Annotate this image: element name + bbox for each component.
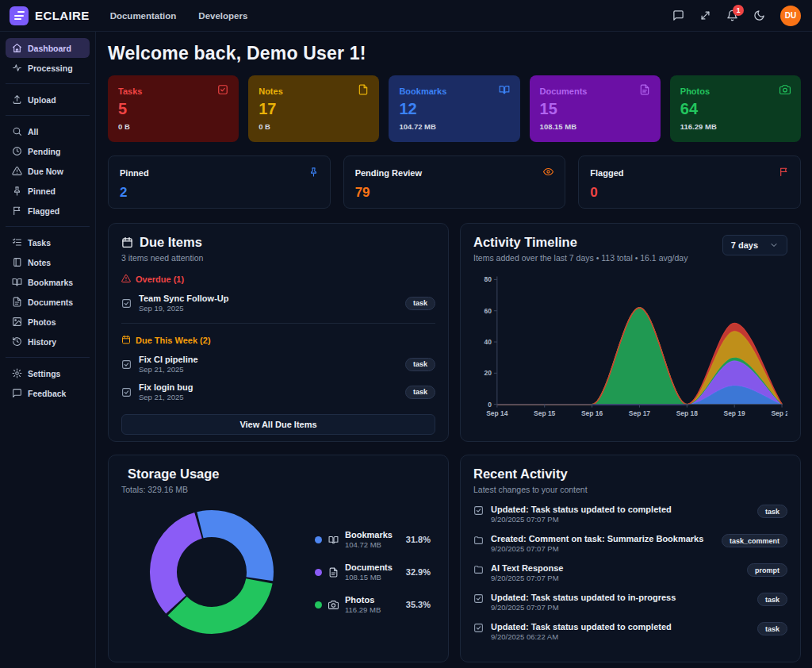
svg-text:Sep 20: Sep 20 bbox=[771, 409, 787, 417]
timeline-range-select[interactable]: 7 days bbox=[722, 235, 787, 255]
sidebar-item-label: Due Now bbox=[28, 167, 63, 176]
expand-button[interactable] bbox=[699, 10, 711, 21]
sidebar-item-history[interactable]: History bbox=[6, 332, 90, 351]
nav-link-documentation[interactable]: Documentation bbox=[110, 11, 177, 21]
stat-card-label: Photos bbox=[680, 86, 710, 96]
sidebar-item-label: Flagged bbox=[28, 206, 59, 216]
due-items-panel: Due Items 3 items need attention Overdue… bbox=[108, 223, 449, 442]
activity-item-type-badge: task bbox=[757, 505, 787, 518]
stat-card-bookmarks[interactable]: Bookmarks 12 104.72 MB bbox=[389, 75, 519, 142]
brand[interactable]: ECLAIRE bbox=[10, 6, 90, 25]
due-item-type-badge: task bbox=[405, 297, 435, 310]
quick-stat-flagged[interactable]: Flagged 0 bbox=[578, 155, 801, 209]
check-square-icon bbox=[473, 505, 484, 516]
activity-item-timestamp: 9/20/2025 07:07 PM bbox=[491, 544, 714, 553]
expand-icon bbox=[699, 10, 711, 21]
view-all-due-items-button[interactable]: View All Due Items bbox=[121, 414, 435, 435]
message-square-icon bbox=[12, 388, 22, 398]
recent-activity-item[interactable]: AI Text Response 9/20/2025 07:07 PM prom… bbox=[473, 563, 787, 582]
quick-stat-label: Pending Review bbox=[355, 168, 422, 178]
stat-card-documents[interactable]: Documents 15 108.15 MB bbox=[530, 75, 661, 142]
storage-donut-chart bbox=[142, 502, 282, 642]
search-icon bbox=[12, 126, 22, 136]
file-icon bbox=[358, 84, 369, 95]
timeline-range-value: 7 days bbox=[731, 240, 758, 250]
storage-title: Storage Usage bbox=[128, 466, 220, 482]
sidebar-item-label: Upload bbox=[28, 95, 56, 105]
stat-card-value: 5 bbox=[118, 100, 228, 118]
check-square-icon bbox=[473, 623, 484, 633]
sidebar-item-all[interactable]: All bbox=[6, 121, 90, 141]
stat-card-notes[interactable]: Notes 17 0 B bbox=[248, 75, 379, 142]
nav-link-developers[interactable]: Developers bbox=[198, 11, 247, 21]
activity-item-type-badge: task_comment bbox=[722, 534, 787, 547]
recent-activity-item[interactable]: Created: Comment on task: Summarize Book… bbox=[473, 534, 787, 553]
due-items-title: Due Items bbox=[140, 235, 202, 250]
theme-toggle-button[interactable] bbox=[753, 10, 765, 21]
storage-legend-item-photos: Photos 116.29 MB 35.3% bbox=[315, 595, 431, 614]
storage-legend-item-documents: Documents 108.15 MB 32.9% bbox=[315, 562, 431, 582]
legend-name: Bookmarks bbox=[345, 530, 393, 539]
stat-card-size: 0 B bbox=[118, 122, 228, 131]
sidebar-item-label: Documents bbox=[28, 298, 73, 307]
svg-text:Sep 18: Sep 18 bbox=[676, 409, 699, 417]
history-icon bbox=[12, 336, 22, 347]
sidebar-item-photos[interactable]: Photos bbox=[6, 312, 90, 332]
svg-text:Sep 15: Sep 15 bbox=[534, 409, 556, 417]
due-item[interactable]: Team Sync Follow-Up Sep 19, 2025 task bbox=[121, 294, 435, 313]
sidebar-item-documents[interactable]: Documents bbox=[6, 292, 90, 312]
folder-icon bbox=[473, 564, 484, 574]
image-icon bbox=[12, 317, 22, 327]
chevron-down-icon bbox=[769, 240, 779, 250]
flag-icon bbox=[12, 205, 22, 216]
legend-color-dot bbox=[315, 601, 322, 608]
due-item[interactable]: Fix login bug Sep 21, 2025 task bbox=[121, 382, 435, 401]
sidebar-item-flagged[interactable]: Flagged bbox=[6, 201, 90, 221]
recent-activity-subtitle: Latest changes to your content bbox=[473, 485, 787, 494]
sidebar-item-tasks[interactable]: Tasks bbox=[6, 232, 90, 252]
recent-activity-item[interactable]: Updated: Task status updated to in-progr… bbox=[473, 593, 787, 612]
sidebar-item-pinned[interactable]: Pinned bbox=[6, 181, 90, 201]
sidebar-item-notes[interactable]: Notes bbox=[6, 252, 90, 272]
sidebar-item-upload[interactable]: Upload bbox=[6, 90, 90, 109]
due-item-type-badge: task bbox=[405, 358, 435, 371]
quick-stat-pending-review[interactable]: Pending Review 79 bbox=[343, 155, 566, 209]
top-bar: ECLAIRE DocumentationDevelopers 1 DU bbox=[0, 0, 812, 32]
sidebar-item-label: Tasks bbox=[28, 238, 51, 248]
calendar-icon bbox=[121, 236, 133, 248]
sidebar-item-due-now[interactable]: Due Now bbox=[6, 161, 90, 181]
activity-item-timestamp: 9/20/2025 07:07 PM bbox=[491, 574, 740, 582]
quick-stat-value: 2 bbox=[120, 185, 319, 201]
sidebar-item-settings[interactable]: Settings bbox=[6, 363, 90, 383]
timeline-title: Activity Timeline bbox=[473, 235, 688, 250]
alert-triangle-icon bbox=[12, 166, 22, 176]
sidebar-item-feedback[interactable]: Feedback bbox=[6, 383, 90, 403]
quick-stat-pinned[interactable]: Pinned 2 bbox=[108, 155, 331, 209]
svg-text:Sep 17: Sep 17 bbox=[629, 409, 651, 417]
sidebar-item-pending[interactable]: Pending bbox=[6, 141, 90, 161]
sidebar: Dashboard Processing Upload All Pending … bbox=[0, 32, 96, 668]
moon-icon bbox=[753, 10, 765, 21]
due-item-date: Sep 21, 2025 bbox=[139, 393, 398, 401]
activity-item-title: Created: Comment on task: Summarize Book… bbox=[491, 534, 714, 543]
recent-activity-item[interactable]: Updated: Task status updated to complete… bbox=[473, 505, 787, 524]
stat-cards-row: Tasks 5 0 B Notes 17 0 B Bookmarks 12 10… bbox=[108, 75, 801, 142]
quick-stats-row: Pinned 2 Pending Review 79 Flagged 0 bbox=[108, 155, 801, 209]
svg-text:80: 80 bbox=[484, 275, 492, 283]
notifications-button[interactable]: 1 bbox=[726, 10, 738, 21]
recent-activity-item[interactable]: Updated: Task status updated to complete… bbox=[473, 622, 787, 641]
activity-item-title: Updated: Task status updated to in-progr… bbox=[491, 593, 750, 602]
list-checks-icon bbox=[12, 237, 22, 248]
user-avatar[interactable]: DU bbox=[780, 6, 801, 26]
due-item-name: Fix CI pipeline bbox=[139, 355, 398, 364]
stat-card-photos[interactable]: Photos 64 116.29 MB bbox=[670, 75, 801, 142]
stat-card-tasks[interactable]: Tasks 5 0 B bbox=[108, 75, 239, 142]
due-item-type-badge: task bbox=[405, 386, 435, 399]
stat-card-label: Documents bbox=[540, 86, 588, 96]
sidebar-item-bookmarks[interactable]: Bookmarks bbox=[6, 272, 90, 292]
sidebar-item-dashboard[interactable]: Dashboard bbox=[6, 38, 90, 58]
due-item[interactable]: Fix CI pipeline Sep 21, 2025 task bbox=[121, 355, 435, 374]
check-square-icon bbox=[121, 298, 132, 309]
sidebar-item-processing[interactable]: Processing bbox=[6, 58, 90, 78]
feedback-chat-button[interactable] bbox=[672, 10, 684, 21]
